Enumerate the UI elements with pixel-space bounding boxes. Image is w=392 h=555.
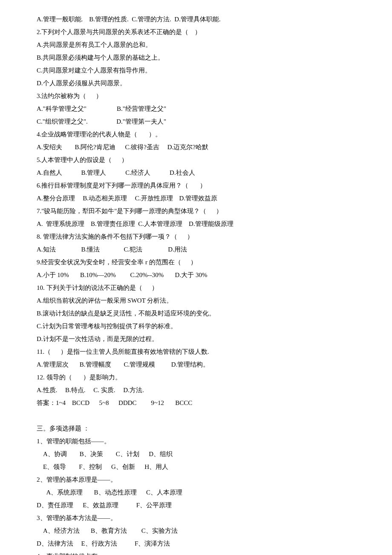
document-line: D.计划不是一次性活动，而是无限的过程。 xyxy=(37,332,355,345)
document-line: B.滚动计划法的缺点是缺乏灵活性，不能及时适应环境的变化。 xyxy=(37,307,355,320)
document-line: A.性质. B.特点. C. 实质. D.方法. xyxy=(37,384,355,396)
document-line: 5.人本管理中人的假设是（ ） xyxy=(37,153,355,166)
document-line: 2.下列对个人愿景与共同愿景的关系表述不正确的是（ ） xyxy=(37,26,355,38)
document-line: 4、事业部制的优点有—— xyxy=(37,550,355,555)
document-line: 三。多项选择题 ： xyxy=(37,422,355,435)
document-line: A.小于 10% B.10%—20% C.20%--30% D.大于 30% xyxy=(37,269,355,281)
document-line: D.个人愿景必须服从共同愿景。 xyxy=(37,77,355,90)
document-line: A.整分合原理 B.动态相关原理 C.开放性原理 D.管理效益原 xyxy=(37,192,355,205)
document-line: A.自然人 B.管理人 C.经济人 D.社会人 xyxy=(37,166,355,179)
document-line: 6.推行目标管理制度是对下列哪一原理的具体应用？（ ） xyxy=(37,179,355,192)
document-line: 2、管理的基本原理是——。 xyxy=(37,473,355,486)
document-line: D、责任原理 E、效益原理 F、公平原理 xyxy=(37,499,355,512)
document-line: 1、管理的职能包括——。 xyxy=(37,435,355,448)
document-line: A.知法 B.懂法 C.犯法 D.用法 xyxy=(37,243,355,256)
document-line: 3、管理的基本方法是——。 xyxy=(37,512,355,524)
document-line: 7."骏马能历险，犁田不如牛"是下列哪一原理的典型体现？（ ） xyxy=(37,205,355,217)
document-line: C.计划为日常管理考核与控制提供了科学的标准。 xyxy=(37,320,355,332)
document-line: B.共同愿景必须构建与个人愿景的基础之上。 xyxy=(37,51,355,64)
document-line: 10. 下列关于计划的说法不正确的是（ ） xyxy=(37,281,355,294)
document-line: 3.法约尔被称为（ ） xyxy=(37,90,355,102)
document-line: A、系统原理 B、动态性原理 C、人本原理 xyxy=(37,486,355,499)
document-line: A."科学管理之父" B."经营管理之父" xyxy=(37,102,355,115)
document-line: A.共同愿景是所有员工个人愿景的总和。 xyxy=(37,38,355,51)
document-line: E、领导 F、控制 G、创新 H、用人 xyxy=(37,460,355,473)
document-line: A. 管理系统原理 B.管理责任原理 C.人本管理原理 D.管理能级原理 xyxy=(37,217,355,230)
document-line: A.管理一般职能. B.管理的性质. C.管理的方法. D.管理具体职能. xyxy=(37,13,355,26)
document-line: A.组织当前状况的评估一般采用 SWOT 分析法。 xyxy=(37,294,355,307)
document-line: C."组织管理之父". D."管理第一夫人" xyxy=(37,115,355,128)
document-line: 4.企业战略管理理论的代表人物是（ ）。 xyxy=(37,128,355,141)
document-line: 12. 领导的（ ）是影响力。 xyxy=(37,371,355,384)
document-line: 8. 管理法律方法实施的条件不包括下列哪一项？（ ） xyxy=(37,230,355,243)
document-line: C.共同愿景对建立个人愿景有指导作用。 xyxy=(37,64,355,77)
document-line: A、协调 B、决策 C、计划 D、组织 xyxy=(37,448,355,460)
document-line: D、法律方法 E、行政方法 F、演泽方法 xyxy=(37,537,355,550)
document-line xyxy=(37,409,355,422)
document-line: 答案：1~4 BCCD 5~8 DDDC 9~12 BCCC xyxy=(37,396,355,409)
document-line: A.管理层次 B.管理幅度 C.管理规模 D.管理结构。 xyxy=(37,358,355,371)
document-line: A、经济方法 B、教育方法 C、实验方法 xyxy=(37,524,355,537)
document-line: 9.经营安全状况为安全时，经营安全率 r 的范围在（ ） xyxy=(37,256,355,269)
document-line: A.安绍夫 B.阿伦?肯尼迪 C.彼得?圣吉 D.迈克尔?哈默 xyxy=(37,141,355,153)
document-line: 11.（ ）是指一位主管人员所能直接有效地管辖的下级人数. xyxy=(37,345,355,358)
